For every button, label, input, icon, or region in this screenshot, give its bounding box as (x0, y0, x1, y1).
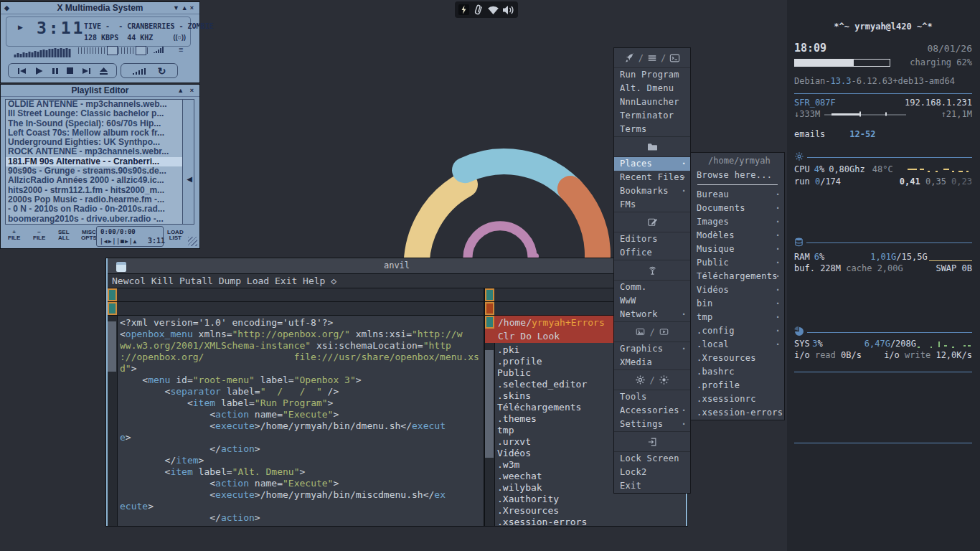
volume-bars-icon[interactable] (153, 46, 164, 53)
menu-item-office[interactable]: Office (614, 246, 690, 260)
menu-item-lock-screen[interactable]: Lock Screen (614, 452, 690, 466)
code-line[interactable]: ://openbox.org/ file:///usr/share/openbo… (120, 352, 484, 363)
scrollbar-thumb-icon[interactable]: ◀ (187, 175, 192, 183)
column-square-icon[interactable] (485, 288, 494, 301)
xml-editor-body[interactable]: <?xml version='1.0' encoding='utf-8'?><o… (108, 316, 484, 526)
playlist-item[interactable]: ROCK ANTENNE - mp3channels.webr... (6, 147, 182, 156)
repeat-icon[interactable]: ↻ (158, 65, 166, 77)
submenu-item-bureau[interactable]: Bureau· (691, 188, 784, 202)
wifi-icon[interactable] (487, 5, 499, 15)
playlist-scrollbar[interactable]: ◀ (182, 99, 194, 225)
submenu-item-vid-os[interactable]: Vidéos· (691, 283, 784, 297)
code-line[interactable]: <separator label=" / / " /> (120, 386, 484, 397)
seek-slider-handle[interactable] (107, 46, 118, 55)
volume-slider-handle[interactable] (136, 46, 146, 55)
playlist-item[interactable]: 90s90s - Grunge - streams.90s90s.de... (6, 166, 182, 176)
submenu-item-browse-here-[interactable]: Browse here... (691, 169, 784, 182)
menu-item-fms[interactable]: FMs (614, 198, 690, 212)
code-line[interactable]: <action name="Execute"> (120, 409, 484, 420)
remove-file-button[interactable]: − FILE (33, 230, 45, 241)
menu-item-tools[interactable]: Tools (614, 390, 690, 404)
code-line[interactable]: </action> (120, 443, 484, 455)
playlist-item[interactable]: hits2000 - strm112.1.fm - hits2000_m... (6, 186, 182, 195)
window-square-icon[interactable] (485, 302, 494, 315)
playlist-item[interactable]: 2000s Pop Music - radio.hearme.fm -... (6, 195, 182, 204)
resize-grip[interactable] (188, 237, 197, 246)
submenu-item--xsessionrc[interactable]: .xsessionrc (691, 392, 784, 406)
menu-item-xmedia[interactable]: XMedia (614, 356, 690, 369)
playlist-item[interactable]: Underground Eighties: UK Synthpo... (6, 138, 182, 147)
submenu-item--xresources[interactable]: .Xresources (691, 352, 784, 365)
submenu-item-musique[interactable]: Musique· (691, 242, 784, 256)
left-scrollbar-thumb[interactable] (108, 321, 116, 372)
menu-item-terms[interactable]: Terms (614, 123, 690, 136)
battery-charging-icon[interactable] (458, 4, 470, 16)
submenu-item-public[interactable]: Public· (691, 256, 784, 270)
submenu-item-t-l-chargements[interactable]: Téléchargements· (691, 270, 784, 283)
menu-item-alt-dmenu[interactable]: Alt. Dmenu (614, 82, 690, 95)
xmms-titlebar[interactable]: ◆ X Multimedia System ▼▲× (1, 2, 199, 14)
submenu-item-images[interactable]: Images· (691, 215, 784, 229)
code-line[interactable]: ecute> (120, 501, 484, 512)
left-window-tag[interactable]: /home/yrmyah/.config/openbox/menu.xml De… (108, 302, 484, 316)
submenu-item--local[interactable]: .local· (691, 338, 784, 352)
code-line[interactable]: </item> (120, 455, 484, 466)
playlist-item[interactable]: Ill Street Lounge: Classic bachelor p... (6, 109, 182, 118)
misc-options-button[interactable]: MISC OPTS (81, 230, 97, 241)
errors-tag-path[interactable]: /home/ (498, 317, 532, 328)
submenu-item-tmp[interactable]: tmp· (691, 311, 784, 324)
file-entry[interactable]: .xsession-errors (497, 517, 686, 526)
code-line[interactable]: ww.w3.org/2001/XMLSchema-instance" xsi:s… (120, 340, 484, 352)
playlist-window-buttons[interactable]: ▲ × (177, 85, 196, 96)
errors-tag-name[interactable]: yrmyah+Errors (532, 317, 605, 328)
playlist-mini-transport[interactable]: |◀▶||■▶|▲ (100, 238, 137, 245)
column-square-icon[interactable] (108, 288, 117, 301)
submenu-item--bashrc[interactable]: .bashrc (691, 365, 784, 379)
menu-item-places[interactable]: Places· (614, 157, 690, 171)
stop-button[interactable] (67, 67, 73, 74)
code-line[interactable]: e> (120, 432, 484, 443)
eject-button[interactable] (100, 67, 108, 75)
volume-icon[interactable] (502, 5, 515, 15)
window-square-icon[interactable] (485, 316, 494, 329)
prev-button[interactable] (17, 67, 27, 75)
playlist-item[interactable]: Left Coast 70s: Mellow album rock fr... (6, 128, 182, 138)
code-line[interactable]: d"> (120, 363, 484, 375)
left-column-tag[interactable]: New Cut Paste Snarf Zerox Delcol (108, 288, 484, 302)
code-line[interactable]: <menu id="root-menu" label="Openbox 3"> (120, 375, 484, 386)
right-scrollbar[interactable] (485, 343, 495, 526)
file-entry[interactable]: .Xresources (497, 505, 686, 517)
add-file-button[interactable]: + FILE (8, 230, 20, 241)
playlist-item[interactable]: 181.FM 90s Alternative - - Cranberri... (6, 157, 182, 166)
menu-item-lock2[interactable]: Lock2 (614, 466, 690, 479)
pause-button[interactable] (52, 67, 59, 75)
menu-item-run-program[interactable]: Run Program (614, 68, 690, 82)
play-button[interactable] (35, 67, 43, 75)
menu-item-www[interactable]: WwW (614, 294, 690, 308)
paperclip-icon[interactable] (473, 4, 484, 16)
playlist-item[interactable]: - 0 N - 2010s on Radio - 0n-2010s.rad... (6, 204, 182, 214)
menu-item-graphics[interactable]: Graphics· (614, 342, 690, 356)
submenu-item--profile[interactable]: .profile (691, 379, 784, 392)
xmms-window-buttons[interactable]: ▼▲× (173, 2, 196, 14)
menu-item-comm-[interactable]: Comm. (614, 281, 690, 294)
code-line[interactable]: <item label="Alt. Dmenu"> (120, 466, 484, 478)
menu-item-recent-files[interactable]: Recent Files· (614, 171, 690, 184)
submenu-item--config[interactable]: .config· (691, 324, 784, 338)
menu-item-nnnlauncher[interactable]: NnnLauncher (614, 95, 690, 109)
menu-item-exit[interactable]: Exit (614, 479, 690, 493)
playlist-titlebar[interactable]: Playlist Editor ▲ × (1, 85, 199, 97)
anvil-main-menu[interactable]: Newcol Kill Putall Dump Load Exit Help ◇ (108, 274, 686, 288)
menu-item-editors[interactable]: Editors (614, 232, 690, 246)
menu-item-settings[interactable]: Settings· (614, 418, 690, 431)
code-line[interactable]: <openbox_menu xmlns="http://openbox.org/… (120, 329, 484, 340)
playlist-item[interactable]: boomerang2010s - drive.uber.radio -... (6, 215, 182, 224)
code-line[interactable]: <execute>/home/yrmyah/bin/miscdmenu.sh</… (120, 489, 484, 501)
playlist-item[interactable]: OLDIE ANTENNE - mp3channels.web... (6, 100, 182, 109)
menu-item-network[interactable]: Network· (614, 308, 690, 321)
select-all-button[interactable]: SEL ALL (58, 230, 70, 241)
code-line[interactable]: <?xml version='1.0' encoding='utf-8'?> (120, 317, 484, 329)
next-button[interactable] (82, 67, 91, 75)
anvil-titlebar[interactable]: anvil (108, 258, 686, 274)
file-entry[interactable]: .Xauthority (497, 494, 686, 505)
